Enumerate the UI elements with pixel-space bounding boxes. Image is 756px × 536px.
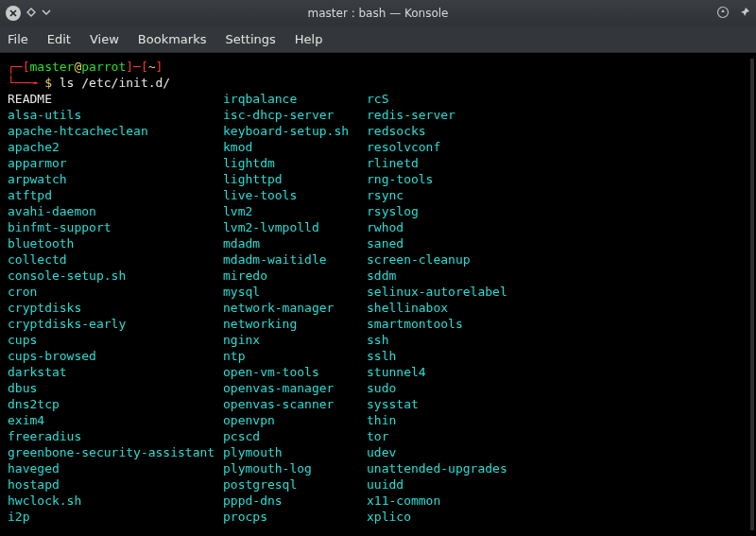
list-item: thin	[367, 412, 396, 428]
list-item: ntp	[223, 348, 367, 364]
list-item: hostapd	[8, 476, 223, 493]
list-item: resolvconf	[367, 139, 440, 155]
list-item: networking	[223, 316, 367, 332]
list-item: unattended-upgrades	[367, 460, 507, 476]
terminal-area[interactable]: ┌─[master@parrot]─[~] └──╼ $ ls /etc/ini…	[0, 53, 756, 536]
minimize-icon[interactable]	[42, 7, 51, 20]
list-item: x11-common	[367, 493, 440, 509]
prompt-line-1: ┌─[master@parrot]─[~]	[8, 59, 748, 75]
list-item: rlinetd	[367, 155, 419, 171]
list-item: alsa-utils	[8, 107, 223, 123]
list-item: procps	[223, 509, 367, 525]
list-row: cronmysqlselinux-autorelabel	[8, 284, 748, 300]
menu-file[interactable]: File	[8, 32, 28, 46]
prompt-corner: └──╼	[8, 76, 44, 90]
list-item: rcS	[367, 91, 388, 107]
list-row: collectdmdadm-waitidlescreen-cleanup	[8, 251, 748, 268]
list-item: redsocks	[367, 123, 426, 139]
keep-above-icon[interactable]	[716, 6, 730, 22]
menu-view[interactable]: View	[90, 32, 119, 46]
list-row: hwclock.shpppd-dnsx11-common	[8, 493, 748, 509]
menu-edit[interactable]: Edit	[47, 32, 71, 46]
window-titlebar: master : bash — Konsole	[0, 0, 756, 26]
list-row: greenbone-security-assistantplymouthudev	[8, 444, 748, 460]
list-item: mdadm-waitidle	[223, 251, 367, 268]
list-item: rsyslog	[367, 203, 419, 219]
list-item: apache2	[8, 139, 223, 155]
list-item: collectd	[8, 251, 223, 268]
list-item: stunnel4	[367, 364, 426, 380]
maximize-icon[interactable]	[26, 7, 36, 20]
list-item: hwclock.sh	[8, 493, 223, 509]
list-row: hostapdpostgresqluuidd	[8, 476, 748, 493]
list-item: rsync	[367, 187, 404, 203]
close-icon[interactable]	[6, 6, 21, 21]
list-item: sslh	[367, 348, 396, 364]
list-row: dns2tcpopenvas-scannersysstat	[8, 396, 748, 412]
list-item: exim4	[8, 412, 223, 428]
list-item: live-tools	[223, 187, 367, 203]
prompt-host: parrot	[81, 60, 126, 74]
list-item: rng-tools	[367, 171, 433, 187]
list-item: dbus	[8, 380, 223, 396]
list-row: cryptdisksnetwork-managershellinabox	[8, 300, 748, 316]
list-item: selinux-autorelabel	[367, 284, 507, 300]
prompt-line-2: └──╼ $ ls /etc/init.d/	[8, 75, 748, 91]
list-item: plymouth-log	[223, 460, 367, 476]
list-item: avahi-daemon	[8, 203, 223, 219]
prompt-bracket: ┌─[	[8, 60, 29, 74]
list-item: openvas-manager	[223, 380, 367, 396]
prompt-bracket: ]	[156, 60, 163, 74]
list-item: README	[8, 91, 223, 107]
list-item: arpwatch	[8, 171, 223, 187]
list-item: cups-browsed	[8, 348, 223, 364]
menu-help[interactable]: Help	[295, 32, 323, 46]
list-item: xplico	[367, 509, 411, 525]
list-row: apache-htcachecleankeyboard-setup.shreds…	[8, 123, 748, 139]
prompt-user: master	[29, 60, 74, 74]
scrollbar[interactable]	[750, 59, 754, 530]
list-item: binfmt-support	[8, 219, 223, 235]
prompt-dollar: $	[44, 76, 52, 90]
list-item: mdadm	[223, 235, 367, 251]
list-item: darkstat	[8, 364, 223, 380]
list-item: openvpn	[223, 412, 367, 428]
list-item: isc-dhcp-server	[223, 107, 367, 123]
menu-bookmarks[interactable]: Bookmarks	[138, 32, 207, 46]
menu-settings[interactable]: Settings	[225, 32, 275, 46]
list-row: bluetoothmdadmsaned	[8, 235, 748, 251]
list-row: console-setup.shmiredosddm	[8, 268, 748, 284]
list-item: nginx	[223, 332, 367, 348]
list-item: openvas-scanner	[223, 396, 367, 412]
list-item: udev	[367, 444, 396, 460]
list-item: shellinabox	[367, 300, 448, 316]
list-row: i2pprocpsxplico	[8, 509, 748, 525]
list-row: alsa-utilsisc-dhcp-serverredis-server	[8, 107, 748, 123]
list-item: open-vm-tools	[223, 364, 367, 380]
list-item: postgresql	[223, 476, 367, 493]
list-item: cups	[8, 332, 223, 348]
list-item: dns2tcp	[8, 396, 223, 412]
list-row: binfmt-supportlvm2-lvmpolldrwhod	[8, 219, 748, 235]
list-item: apache-htcacheclean	[8, 123, 223, 139]
command-text: ls /etc/init.d/	[52, 76, 170, 90]
ls-output: READMEirqbalancercSalsa-utilsisc-dhcp-se…	[8, 91, 748, 525]
list-item: network-manager	[223, 300, 367, 316]
prompt-cwd: ~	[148, 60, 156, 74]
pin-icon[interactable]	[739, 7, 750, 21]
list-row: arpwatchlighttpdrng-tools	[8, 171, 748, 187]
list-row: cupsnginxssh	[8, 332, 748, 348]
list-item: screen-cleanup	[367, 251, 471, 268]
list-item: atftpd	[8, 187, 223, 203]
list-item: miredo	[223, 268, 367, 284]
list-row: darkstatopen-vm-toolsstunnel4	[8, 364, 748, 380]
list-item: lighttpd	[223, 171, 367, 187]
list-item: lvm2-lvmpolld	[223, 219, 367, 235]
menubar: File Edit View Bookmarks Settings Help	[0, 26, 756, 53]
list-item: kmod	[223, 139, 367, 155]
list-row: cups-browsedntpsslh	[8, 348, 748, 364]
list-item: keyboard-setup.sh	[223, 123, 367, 139]
list-item: cron	[8, 284, 223, 300]
list-item: smartmontools	[367, 316, 463, 332]
window-title: master : bash — Konsole	[0, 7, 756, 20]
